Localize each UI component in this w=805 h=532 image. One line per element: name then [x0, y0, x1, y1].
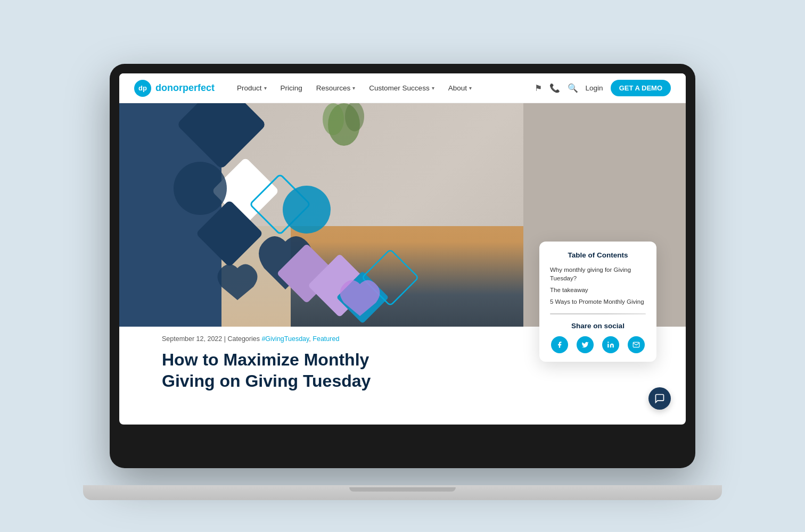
category-featured[interactable]: Featured — [313, 335, 339, 343]
svg-point-11 — [174, 162, 227, 215]
chevron-down-icon: ▾ — [352, 85, 355, 91]
logo-icon: dp — [134, 80, 151, 97]
twitter-icon[interactable] — [577, 336, 594, 353]
chat-button[interactable] — [648, 387, 671, 410]
toc-divider — [550, 313, 646, 314]
nav-customer-success[interactable]: Customer Success ▾ — [364, 81, 439, 95]
toc-card: Table of Contents Why monthly giving for… — [539, 242, 656, 362]
nav-pricing[interactable]: Pricing — [275, 81, 308, 95]
article-title: How to Maximize Monthly Giving on Giving… — [162, 349, 481, 392]
nav-about[interactable]: About ▾ — [443, 81, 477, 95]
category-giving-tuesday[interactable]: #GivingTuesday — [261, 335, 309, 343]
nav-resources[interactable]: Resources ▾ — [311, 81, 361, 95]
logo-text: donorperfect — [155, 82, 215, 94]
svg-rect-3 — [176, 103, 267, 170]
share-title: Share on social — [550, 322, 646, 330]
linkedin-icon[interactable] — [602, 336, 619, 353]
svg-point-12 — [283, 186, 331, 234]
navbar: dp donorperfect Product ▾ Pricing Resour… — [119, 73, 686, 103]
get-demo-button[interactable]: GET A DEMO — [611, 80, 671, 96]
nav-items: Product ▾ Pricing Resources ▾ Customer S… — [232, 81, 535, 95]
chevron-down-icon: ▾ — [432, 85, 434, 91]
flag-icon[interactable]: ⚑ — [535, 83, 542, 93]
login-link[interactable]: Login — [586, 84, 603, 92]
content-area: September 12, 2022 | Categories #GivingT… — [119, 327, 686, 400]
chevron-down-icon: ▾ — [264, 85, 267, 91]
toc-item-1[interactable]: Why monthly giving for Giving Tuesday? — [550, 265, 646, 282]
logo[interactable]: dp donorperfect — [134, 80, 215, 97]
toc-title: Table of Contents — [550, 251, 646, 259]
facebook-icon[interactable] — [551, 336, 568, 353]
nav-right: ⚑ 📞 🔍 Login GET A DEMO — [535, 80, 671, 96]
email-icon[interactable] — [628, 336, 645, 353]
chevron-down-icon: ▾ — [469, 85, 472, 91]
toc-item-3[interactable]: 5 Ways to Promote Monthly Giving — [550, 297, 646, 306]
social-icons — [550, 336, 646, 353]
toc-item-2[interactable]: The takeaway — [550, 286, 646, 294]
nav-product[interactable]: Product ▾ — [232, 81, 272, 95]
phone-icon[interactable]: 📞 — [549, 83, 560, 93]
search-icon[interactable]: 🔍 — [568, 83, 578, 93]
svg-point-13 — [607, 342, 609, 343]
